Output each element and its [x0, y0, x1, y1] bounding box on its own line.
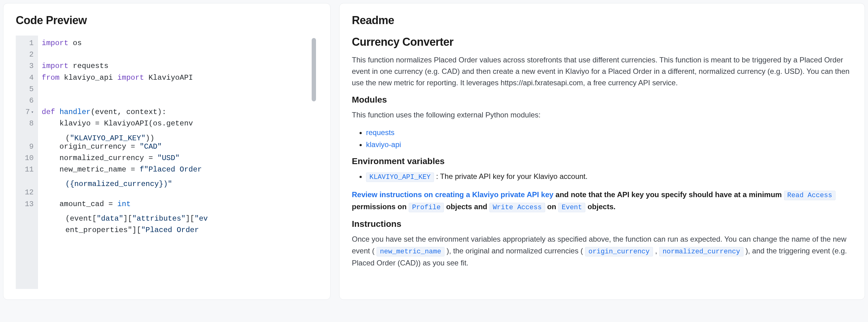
env-heading: Environment variables — [352, 156, 852, 166]
line-number-gutter: 12345678 91011 1213 — [16, 35, 38, 289]
module-link-klaviyo-api[interactable]: klaviyo-api — [366, 140, 401, 149]
modules-heading: Modules — [352, 95, 852, 105]
instructions-para: Once you have set the environment variab… — [352, 233, 852, 268]
readme-h2: Currency Converter — [352, 35, 852, 49]
modules-lead: This function uses the following externa… — [352, 109, 852, 120]
code-content[interactable]: import os import requestsfrom klaviyo_ap… — [38, 35, 318, 289]
code-editor[interactable]: 12345678 91011 1213 import os import req… — [16, 35, 318, 289]
env-key-chip: KLAVIYO_API_KEY — [366, 172, 434, 182]
instr-mid2: , — [653, 246, 659, 255]
readme-intro: This function normalizes Placed Order va… — [352, 54, 852, 89]
read-access-chip: Read Access — [784, 191, 836, 200]
readme-title: Readme — [352, 14, 852, 27]
review-instructions-link[interactable]: Review instructions on creating a Klaviy… — [352, 191, 554, 199]
profile-chip: Profile — [409, 203, 444, 212]
instr-mid1: ), the original and normalized currencie… — [444, 246, 585, 255]
code-preview-title: Code Preview — [16, 14, 318, 27]
env-tail4: on — [545, 202, 558, 211]
modules-list: requests klaviyo-api — [352, 127, 852, 150]
editor-scrollbar[interactable] — [312, 38, 316, 101]
env-tail1: and note that the API key you specify sh… — [554, 191, 784, 199]
env-tail5: objects. — [585, 202, 615, 211]
normalized-currency-chip: normalized_currency — [659, 247, 744, 257]
module-link-requests[interactable]: requests — [366, 128, 395, 137]
readme-card: Readme Currency Converter This function … — [339, 3, 865, 300]
env-key-desc: : The private API key for your Klaviyo a… — [434, 172, 588, 180]
write-access-chip: Write Access — [489, 203, 545, 212]
env-note: Review instructions on creating a Klaviy… — [352, 189, 852, 213]
code-preview-card: Code Preview 12345678 91011 1213 import … — [3, 3, 331, 300]
origin-currency-chip: origin_currency — [585, 247, 653, 257]
env-list: KLAVIYO_API_KEY : The private API key fo… — [352, 171, 852, 183]
env-tail2: permissions on — [352, 202, 409, 211]
env-tail3: objects and — [444, 202, 489, 211]
instructions-heading: Instructions — [352, 219, 852, 229]
new-metric-chip: new_metric_name — [376, 247, 444, 257]
event-chip: Event — [558, 203, 585, 212]
